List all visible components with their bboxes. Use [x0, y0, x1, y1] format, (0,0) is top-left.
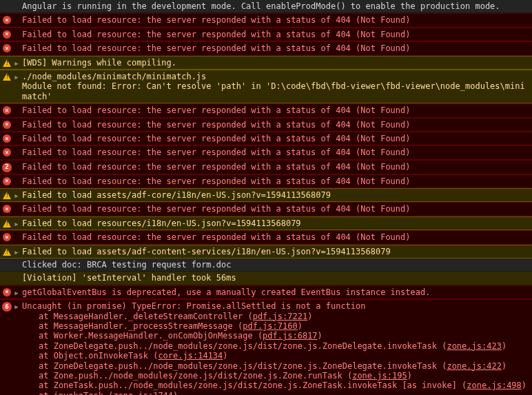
error-icon: ×: [3, 44, 11, 52]
message-text: Failed to load resource: the server resp…: [21, 176, 529, 186]
source-link[interactable]: pdf.js:7160: [243, 321, 297, 331]
error-icon: ×: [3, 16, 11, 24]
expand-arrow-icon: [12, 232, 21, 234]
stack-frame: at Object.onInvokeTask (core.js:14134): [22, 351, 529, 361]
expand-arrow-icon: [12, 148, 21, 150]
source-link[interactable]: core.js:14134: [158, 351, 223, 361]
console-message[interactable]: ×Failed to load resource: the server res…: [0, 28, 532, 41]
message-text: [WDS] Warnings while compiling.: [21, 58, 529, 68]
warning-icon: [3, 220, 11, 227]
error-icon: ×: [3, 106, 11, 114]
expand-arrow-icon: [12, 204, 21, 206]
expand-arrow-icon[interactable]: ▶: [12, 72, 21, 81]
message-text: Failed to load assets/adf-content-servic…: [21, 247, 529, 256]
message-text: ./node_modules/minimatch/minimatch.js Mo…: [21, 72, 529, 101]
console-message[interactable]: ×Failed to load resource: the server res…: [0, 103, 532, 117]
console-message[interactable]: ×▶getGlobalEventBus is deprecated, use a…: [0, 285, 532, 299]
source-link[interactable]: pdf.js:7221: [253, 312, 307, 321]
expand-arrow-icon[interactable]: ▶: [12, 287, 21, 297]
console-message[interactable]: 2Failed to load resource: the server res…: [0, 160, 532, 174]
expand-arrow-icon: [12, 30, 21, 32]
stack-frame: at MessageHandler._deleteStreamControlle…: [22, 312, 529, 321]
expand-arrow-icon: [12, 260, 21, 262]
console-message[interactable]: ▶Failed to load assets/adf-content-servi…: [0, 245, 532, 259]
stack-frame: at Zone.push../node_modules/zone.js/dist…: [22, 371, 529, 381]
console-message[interactable]: ×Failed to load resource: the server res…: [0, 202, 532, 216]
message-text: Failed to load resource: the server resp…: [21, 120, 529, 130]
stack-frame: at ZoneDelegate.push../node_modules/zone…: [22, 341, 529, 351]
error-header: Uncaught (in promise) TypeError: Promise…: [22, 301, 529, 311]
expand-arrow-icon: [12, 176, 21, 179]
console-message[interactable]: ×Failed to load resource: the server res…: [0, 145, 532, 159]
console-message[interactable]: ×Failed to load resource: the server res…: [0, 132, 532, 145]
expand-arrow-icon[interactable]: ▶: [12, 58, 21, 68]
error-icon: ×: [3, 30, 11, 39]
warning-icon: [3, 192, 11, 199]
message-text: Failed to load resource: the server resp…: [21, 134, 529, 143]
console-panel: Angular is running in the development mo…: [0, 0, 532, 395]
source-link[interactable]: pdf.js:6817: [263, 331, 317, 341]
source-link[interactable]: zone.js:422: [447, 361, 501, 371]
message-text: [Violation] 'setInterval' handler took 5…: [21, 273, 529, 283]
expand-arrow-icon: [12, 105, 21, 108]
expand-arrow-icon[interactable]: ▶: [12, 190, 21, 200]
count-badge: 6: [2, 302, 12, 312]
console-message-expanded[interactable]: 6▶Uncaught (in promise) TypeError: Promi…: [0, 299, 532, 395]
warning-icon: [3, 73, 11, 81]
message-text: Angular is running in the development mo…: [21, 1, 529, 11]
console-message[interactable]: Clicked doc: BRCA testing request form.d…: [0, 259, 532, 272]
error-icon: ×: [3, 233, 11, 241]
console-message[interactable]: ×Failed to load resource: the server res…: [0, 174, 532, 188]
warning-icon: [3, 59, 11, 67]
message-text: Clicked doc: BRCA testing request form.d…: [21, 260, 529, 270]
warning-icon: [3, 248, 11, 256]
console-message[interactable]: ×Failed to load resource: the server res…: [0, 230, 532, 244]
expand-arrow-icon: [12, 162, 21, 164]
expand-arrow-icon[interactable]: ▶: [12, 301, 21, 311]
console-message[interactable]: ×Failed to load resource: the server res…: [0, 118, 532, 132]
console-message[interactable]: Angular is running in the development mo…: [0, 0, 532, 13]
console-message[interactable]: ▶Failed to load assets/adf-core/i18n/en-…: [0, 188, 532, 202]
console-message[interactable]: ▶./node_modules/minimatch/minimatch.js M…: [0, 70, 532, 103]
message-text: getGlobalEventBus is deprecated, use a m…: [21, 287, 529, 297]
error-icon: ×: [3, 121, 11, 129]
console-message[interactable]: ▶[WDS] Warnings while compiling.: [0, 56, 532, 70]
error-icon: ×: [3, 205, 11, 213]
error-icon: ×: [3, 134, 11, 143]
source-link[interactable]: zone.js:1744: [113, 391, 173, 395]
stack-frame: at ZoneDelegate.push../node_modules/zone…: [22, 361, 529, 371]
source-link[interactable]: zone.js:423: [447, 341, 501, 351]
console-message[interactable]: ×Failed to load resource: the server res…: [0, 41, 532, 55]
message-text: Failed to load assets/adf-core/i18n/en-U…: [21, 190, 529, 200]
message-text: Failed to load resource: the server resp…: [21, 105, 529, 115]
message-text: Failed to load resource: the server resp…: [21, 204, 529, 214]
error-icon: ×: [3, 288, 11, 296]
expand-arrow-icon: [12, 15, 21, 17]
message-text: Failed to load resource: the server resp…: [21, 148, 529, 157]
message-text: Failed to load resource: the server resp…: [21, 232, 529, 242]
stack-frame: at MessageHandler._processStreamMessage …: [22, 321, 529, 331]
stack-frame: at ZoneTask.push../node_modules/zone.js/…: [22, 381, 529, 390]
message-text: Failed to load resources/i18n/en-US.json…: [21, 219, 529, 228]
expand-arrow-icon[interactable]: ▶: [12, 247, 21, 256]
console-message[interactable]: [Violation] 'setInterval' handler took 5…: [0, 272, 532, 285]
expand-arrow-icon[interactable]: ▶: [12, 219, 21, 228]
message-text: Failed to load resource: the server resp…: [21, 15, 529, 25]
message-text: Failed to load resource: the server resp…: [21, 30, 529, 39]
message-text: Failed to load resource: the server resp…: [21, 43, 529, 53]
expand-arrow-icon: [12, 120, 21, 122]
expand-arrow-icon: [12, 134, 21, 136]
count-badge: 2: [2, 163, 12, 172]
expand-arrow-icon: [12, 273, 21, 275]
message-text: Failed to load resource: the server resp…: [21, 162, 529, 172]
expand-arrow-icon: [12, 43, 21, 45]
stack-frame: at Worker.MessageHandler._onComObjOnMess…: [22, 331, 529, 341]
console-message[interactable]: ▶Failed to load resources/i18n/en-US.jso…: [0, 216, 532, 230]
error-icon: ×: [3, 177, 11, 185]
stack-frame: at invokeTask (zone.js:1744): [22, 391, 529, 395]
source-link[interactable]: zone.js:195: [352, 371, 407, 381]
expand-arrow-icon: [12, 1, 21, 3]
console-message[interactable]: ×Failed to load resource: the server res…: [0, 13, 532, 27]
source-link[interactable]: zone.js:498: [467, 381, 521, 390]
error-icon: ×: [3, 148, 11, 156]
